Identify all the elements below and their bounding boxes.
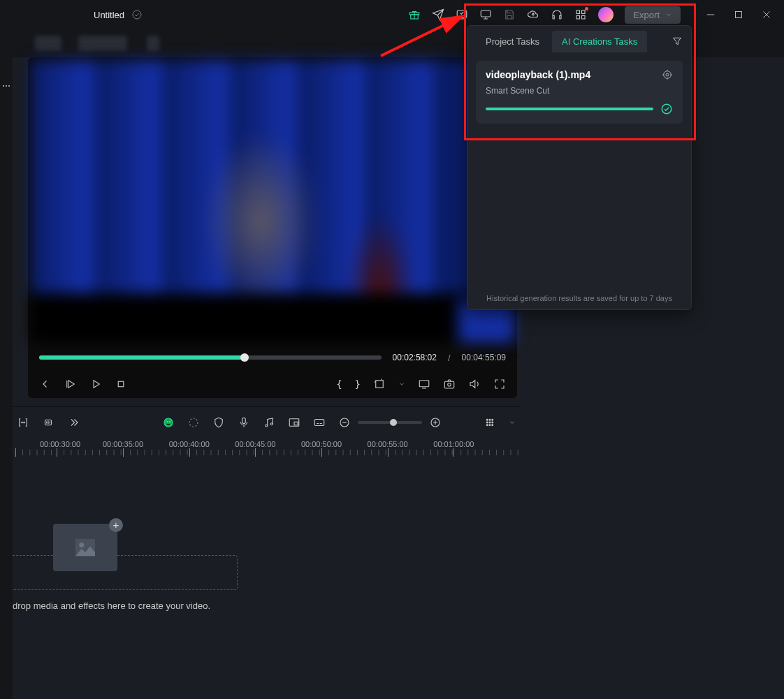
chevron-down-icon[interactable] <box>398 378 405 390</box>
svg-point-14 <box>448 383 451 387</box>
chevron-down-icon[interactable] <box>509 416 516 429</box>
svg-rect-7 <box>576 16 580 20</box>
locate-icon[interactable] <box>662 69 673 80</box>
svg-point-39 <box>79 543 84 547</box>
tasks-panel-icon[interactable] <box>456 8 468 21</box>
fullscreen-icon[interactable] <box>493 378 506 390</box>
scrub-thumb[interactable] <box>240 353 249 362</box>
microphone-icon[interactable] <box>238 416 250 429</box>
task-card[interactable]: videoplayback (1).mp4 Smart Scene Cut <box>476 61 683 124</box>
zoom-slider[interactable] <box>358 421 422 424</box>
save-icon[interactable] <box>503 8 516 21</box>
caption-icon[interactable] <box>313 416 326 429</box>
play-icon[interactable] <box>64 378 77 390</box>
tasks-panel-footer: Historical generation results are saved … <box>467 287 691 309</box>
mark-in-icon[interactable]: { <box>336 378 342 390</box>
left-rail <box>0 57 13 699</box>
window-minimize-icon[interactable] <box>704 8 717 21</box>
video-canvas[interactable] <box>31 60 514 342</box>
gift-icon[interactable] <box>408 8 421 21</box>
svg-point-24 <box>270 422 273 425</box>
svg-rect-9 <box>736 12 742 18</box>
duration-label: 00:04:55:09 <box>462 353 506 362</box>
send-icon[interactable] <box>432 8 444 21</box>
stop-icon[interactable] <box>115 378 127 390</box>
svg-point-32 <box>492 419 493 420</box>
svg-point-0 <box>133 10 141 19</box>
window-maximize-icon[interactable] <box>732 8 745 21</box>
check-circle-icon <box>660 103 673 115</box>
tabstrip-item[interactable] <box>147 36 159 51</box>
music-note-icon[interactable] <box>263 416 275 429</box>
track-height-icon[interactable] <box>484 416 496 429</box>
window-close-icon[interactable] <box>760 8 773 21</box>
current-time-label: 00:02:58:02 <box>393 353 437 362</box>
player-controls: { } <box>28 370 517 398</box>
svg-point-16 <box>24 422 25 423</box>
svg-rect-13 <box>444 381 454 388</box>
zoom-out-icon[interactable] <box>338 416 351 429</box>
scrub-bar[interactable] <box>39 355 382 360</box>
svg-point-42 <box>662 104 672 114</box>
mark-out-icon[interactable]: } <box>355 378 361 390</box>
filter-icon[interactable] <box>672 36 683 47</box>
volume-icon[interactable] <box>468 378 481 390</box>
svg-point-41 <box>664 71 672 79</box>
svg-point-15 <box>22 422 23 423</box>
timeline-ruler[interactable]: 00:00:30:00 00:00:35:00 00:00:40:00 00:0… <box>13 437 520 468</box>
svg-point-21 <box>189 418 198 427</box>
svg-point-31 <box>489 419 491 420</box>
video-preview: 00:02:58:02 / 00:04:55:09 { } <box>28 57 517 398</box>
svg-rect-11 <box>376 381 384 388</box>
chevron-down-icon <box>665 10 672 20</box>
svg-point-36 <box>486 424 488 425</box>
tabstrip-item[interactable] <box>35 36 61 51</box>
rail-handle-icon[interactable] <box>3 85 10 88</box>
export-button-label: Export <box>633 10 660 20</box>
monitor-icon[interactable] <box>479 8 492 21</box>
zoom-in-icon[interactable] <box>429 416 442 429</box>
timeline-body[interactable]: + drop media and effects here to create … <box>13 468 520 699</box>
tab-ai-creations-tasks[interactable]: AI Creations Tasks <box>552 31 647 52</box>
media-placeholder[interactable]: + <box>53 524 117 571</box>
user-avatar[interactable] <box>598 7 614 22</box>
prev-frame-icon[interactable] <box>39 378 52 390</box>
svg-rect-4 <box>481 10 491 17</box>
svg-point-19 <box>166 421 167 422</box>
crop-dropdown-icon[interactable] <box>373 378 386 390</box>
waveform-icon[interactable] <box>42 416 55 429</box>
svg-point-23 <box>265 425 267 427</box>
document-title: Untitled <box>94 10 124 20</box>
picture-in-picture-icon[interactable] <box>288 416 300 429</box>
snapshot-icon[interactable] <box>443 378 456 390</box>
cloud-icon[interactable] <box>527 8 539 21</box>
svg-rect-6 <box>582 10 586 14</box>
tab-project-tasks[interactable]: Project Tasks <box>476 31 549 52</box>
tasks-panel: Project Tasks AI Creations Tasks videopl… <box>467 25 692 310</box>
next-frame-icon[interactable] <box>89 378 102 390</box>
svg-rect-26 <box>294 422 298 425</box>
display-icon[interactable] <box>418 378 430 390</box>
ai-robot-icon[interactable] <box>162 416 175 429</box>
spinner-icon[interactable] <box>187 416 200 429</box>
svg-point-34 <box>489 422 491 423</box>
export-button[interactable]: Export <box>625 6 681 24</box>
task-subtitle: Smart Scene Cut <box>486 86 673 96</box>
svg-rect-10 <box>118 381 124 387</box>
svg-point-30 <box>486 419 488 420</box>
expand-right-icon[interactable] <box>67 416 80 429</box>
shield-icon[interactable] <box>212 416 225 429</box>
apps-grid-icon[interactable] <box>574 8 587 21</box>
timeline-dropzone[interactable] <box>13 555 238 590</box>
add-media-icon[interactable]: + <box>109 518 123 532</box>
time-separator: / <box>448 353 451 363</box>
marker-brackets-icon[interactable] <box>17 416 29 429</box>
svg-rect-12 <box>419 381 429 387</box>
timeline-toolbar <box>13 406 520 437</box>
zoom-thumb[interactable] <box>390 419 397 426</box>
svg-point-33 <box>486 422 488 423</box>
tabstrip-item[interactable] <box>78 36 127 51</box>
svg-point-20 <box>169 421 170 422</box>
svg-point-37 <box>489 424 491 425</box>
headphones-icon[interactable] <box>551 8 563 21</box>
